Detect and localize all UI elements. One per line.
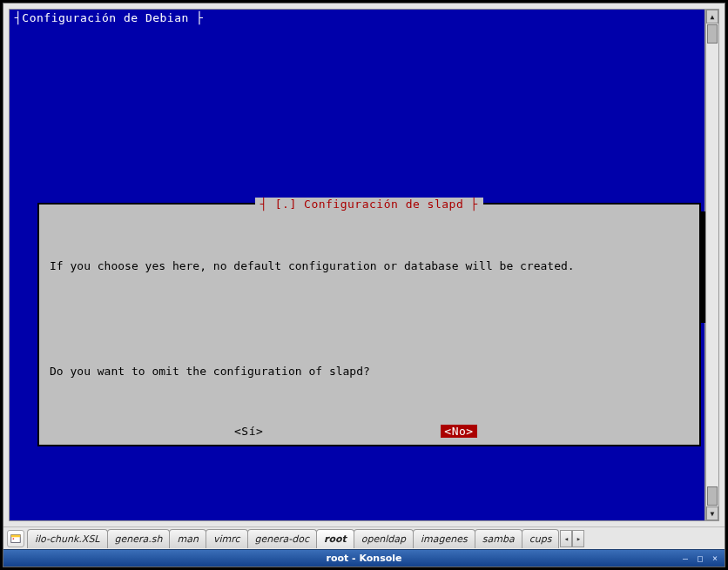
tab-nav-arrows: ◂ ▸ xyxy=(560,530,584,547)
app-header: ┤Configuración de Debian ├ xyxy=(15,11,204,24)
tab-imagenes[interactable]: imagenes xyxy=(413,529,475,548)
tab-root[interactable]: root xyxy=(316,529,354,548)
svg-point-2 xyxy=(13,538,15,540)
scroll-track[interactable] xyxy=(706,23,718,506)
window-controls: — □ × xyxy=(679,552,721,564)
dialog-title: ┤ [.] Configuración de slapd ├ xyxy=(255,198,483,211)
tab-label: root xyxy=(324,533,347,545)
tab-genera-doc[interactable]: genera-doc xyxy=(247,529,317,548)
vertical-scrollbar[interactable]: ▲ ▼ xyxy=(705,9,719,521)
window-title: root - Konsole xyxy=(326,553,401,564)
new-tab-icon[interactable] xyxy=(7,530,24,547)
tab-scroll-right[interactable]: ▸ xyxy=(572,530,584,547)
tab-man[interactable]: man xyxy=(169,529,206,548)
dialog-title-row: ┤ [.] Configuración de slapd ├ xyxy=(39,198,699,211)
tab-label: genera-doc xyxy=(255,533,309,545)
maximize-button[interactable]: □ xyxy=(694,552,706,564)
tab-vimrc[interactable]: vimrc xyxy=(206,529,248,548)
tab-openldap[interactable]: openldap xyxy=(354,529,414,548)
tab-samba[interactable]: samba xyxy=(475,529,522,548)
app-header-text: Configuración de Debian xyxy=(22,11,189,24)
tab-genera-sh[interactable]: genera.sh xyxy=(107,529,171,548)
tab-label: cups xyxy=(529,533,552,545)
dialog-buttons: <Sí> <No> xyxy=(48,419,691,439)
terminal-container: ┤Configuración de Debian ├ ┤ [.] Configu… xyxy=(3,3,725,526)
minimize-button[interactable]: — xyxy=(679,552,691,564)
terminal-screen[interactable]: ┤Configuración de Debian ├ ┤ [.] Configu… xyxy=(9,9,705,521)
tab-scroll-left[interactable]: ◂ xyxy=(560,530,572,547)
dialog-line-2: Do you want to omit the configuration of… xyxy=(50,362,689,381)
no-button[interactable]: <No> xyxy=(441,425,476,438)
yes-button[interactable]: <Sí> xyxy=(231,425,266,438)
tab-strip: ilo-chunk.XSL genera.sh man vimrc genera… xyxy=(3,526,725,549)
tab-cups[interactable]: cups xyxy=(522,529,560,548)
scroll-thumb-top[interactable] xyxy=(707,24,718,44)
dialog-line-1: If you choose yes here, no default confi… xyxy=(50,257,689,276)
dialog-body: If you choose yes here, no default confi… xyxy=(48,215,691,419)
tab-label: man xyxy=(177,533,198,545)
tab-label: samba xyxy=(482,533,515,545)
konsole-window: ┤Configuración de Debian ├ ┤ [.] Configu… xyxy=(3,3,725,567)
tab-label: ilo-chunk.XSL xyxy=(35,533,100,545)
scroll-down-arrow[interactable]: ▼ xyxy=(706,506,718,520)
dialog-title-text: [.] Configuración de slapd xyxy=(275,198,464,211)
close-button[interactable]: × xyxy=(709,552,721,564)
tab-label: vimrc xyxy=(213,533,240,545)
svg-rect-1 xyxy=(11,534,21,537)
tab-label: genera.sh xyxy=(115,533,163,545)
scroll-up-arrow[interactable]: ▲ xyxy=(706,10,718,23)
window-title-bar[interactable]: root - Konsole — □ × xyxy=(3,549,725,567)
tab-label: openldap xyxy=(361,533,406,545)
scroll-thumb-bottom[interactable] xyxy=(707,486,718,506)
slapd-dialog: ┤ [.] Configuración de slapd ├ If you ch… xyxy=(37,203,701,446)
tab-ilo-chunk[interactable]: ilo-chunk.XSL xyxy=(27,529,108,548)
tab-label: imagenes xyxy=(421,533,468,545)
